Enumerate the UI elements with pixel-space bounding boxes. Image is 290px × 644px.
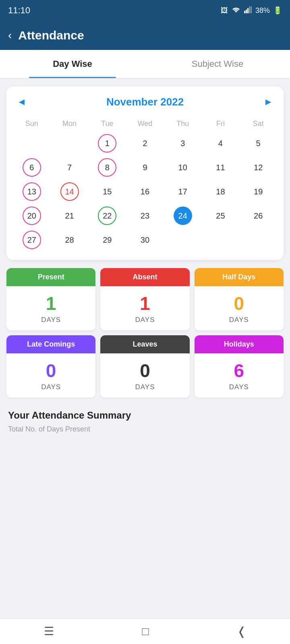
stat-card-late-comings: Late Comings0DAYS xyxy=(6,335,95,398)
stat-unit-leaves: DAYS xyxy=(100,383,189,398)
calendar-day-12[interactable]: 12 xyxy=(239,155,277,180)
calendar-day-23[interactable]: 23 xyxy=(126,204,164,228)
stat-value-absent: 1 xyxy=(100,286,189,316)
calendar-grid: Sun Mon Tue Wed Thu Fri Sat xyxy=(13,116,277,131)
calendar-day-16[interactable]: 16 xyxy=(126,180,164,204)
home-icon[interactable]: □ xyxy=(142,625,149,638)
calendar-day-5[interactable]: 5 xyxy=(239,131,277,155)
calendar-day-11[interactable]: 11 xyxy=(202,155,240,180)
calendar-day-22[interactable]: 22 xyxy=(88,204,126,228)
summary-title: Your Attendance Summary xyxy=(8,410,282,421)
svg-rect-2 xyxy=(247,8,249,13)
calendar-day-24[interactable]: 24 xyxy=(164,204,202,228)
stat-unit-holidays: DAYS xyxy=(195,383,284,398)
stat-value-present: 1 xyxy=(6,286,95,316)
gallery-icon: 🖼 xyxy=(221,6,228,15)
stat-label-absent: Absent xyxy=(100,268,189,286)
stat-unit-late-comings: DAYS xyxy=(6,383,95,398)
stat-label-present: Present xyxy=(6,268,95,286)
calendar-day-1[interactable]: 1 xyxy=(88,131,126,155)
calendar-day-14[interactable]: 14 xyxy=(51,180,89,204)
stat-card-half-days: Half Days0DAYS xyxy=(195,268,284,330)
status-bar: 11:10 🖼 38% 🔋 xyxy=(0,0,290,21)
stat-card-leaves: Leaves0DAYS xyxy=(100,335,189,398)
calendar-header: ◄ November 2022 ► xyxy=(13,95,277,109)
calendar-day-28[interactable]: 28 xyxy=(51,228,89,252)
calendar-day-18[interactable]: 18 xyxy=(202,180,240,204)
day-header-fri: Fri xyxy=(202,116,240,131)
stat-value-holidays: 6 xyxy=(195,353,284,383)
svg-rect-3 xyxy=(249,6,250,13)
calendar-month-title: November 2022 xyxy=(106,96,184,108)
stat-unit-present: DAYS xyxy=(6,316,95,330)
stat-unit-half-days: DAYS xyxy=(195,316,284,330)
bottom-nav: ☰ □ ❬ xyxy=(0,618,290,644)
next-month-button[interactable]: ► xyxy=(259,95,277,109)
stat-card-present: Present1DAYS xyxy=(6,268,95,330)
status-time: 11:10 xyxy=(8,5,30,16)
calendar-day-empty-1 xyxy=(51,131,89,155)
stat-card-absent: Absent1DAYS xyxy=(100,268,189,330)
tab-subject-wise[interactable]: Subject Wise xyxy=(145,50,290,78)
day-header-mon: Mon xyxy=(51,116,89,131)
status-icons: 🖼 38% 🔋 xyxy=(221,6,282,15)
calendar-day-7[interactable]: 7 xyxy=(51,155,89,180)
stat-value-half-days: 0 xyxy=(195,286,284,316)
calendar-day-30[interactable]: 30 xyxy=(126,228,164,252)
calendar-day-25[interactable]: 25 xyxy=(202,204,240,228)
svg-rect-4 xyxy=(251,6,252,13)
back-nav-icon[interactable]: ❬ xyxy=(237,625,246,638)
calendar-day-17[interactable]: 17 xyxy=(164,180,202,204)
calendar-day-2[interactable]: 2 xyxy=(126,131,164,155)
signal-icon xyxy=(244,6,252,15)
day-header-sat: Sat xyxy=(239,116,277,131)
calendar-day-19[interactable]: 19 xyxy=(239,180,277,204)
summary-section: Your Attendance Summary Total No. of Day… xyxy=(0,406,290,442)
calendar-day-6[interactable]: 6 xyxy=(13,155,51,180)
stat-value-leaves: 0 xyxy=(100,353,189,383)
svg-rect-0 xyxy=(244,11,245,13)
day-header-wed: Wed xyxy=(126,116,164,131)
header: ‹ Attendance xyxy=(0,21,290,50)
calendar-day-8[interactable]: 8 xyxy=(88,155,126,180)
stat-label-late-comings: Late Comings xyxy=(6,335,95,353)
prev-month-button[interactable]: ◄ xyxy=(13,95,31,109)
battery-icon: 🔋 xyxy=(273,6,282,15)
calendar-day-empty-34 xyxy=(239,228,277,252)
tab-day-wise[interactable]: Day Wise xyxy=(0,50,145,78)
summary-subtitle: Total No. of Days Present xyxy=(8,425,282,433)
calendar-day-4[interactable]: 4 xyxy=(202,131,240,155)
calendar-day-29[interactable]: 29 xyxy=(88,228,126,252)
day-header-sun: Sun xyxy=(13,116,51,131)
stat-label-leaves: Leaves xyxy=(100,335,189,353)
calendar-day-20[interactable]: 20 xyxy=(13,204,51,228)
stats-grid: Present1DAYSAbsent1DAYSHalf Days0DAYSLat… xyxy=(6,268,284,398)
stat-label-half-days: Half Days xyxy=(195,268,284,286)
calendar-day-empty-0 xyxy=(13,131,51,155)
tabs-container: Day Wise Subject Wise xyxy=(0,50,290,78)
day-header-tue: Tue xyxy=(88,116,126,131)
wifi-icon xyxy=(231,6,241,15)
calendar-card: ◄ November 2022 ► Sun Mon Tue Wed Thu Fr… xyxy=(6,87,284,260)
menu-icon[interactable]: ☰ xyxy=(44,625,54,638)
stat-card-holidays: Holidays6DAYS xyxy=(195,335,284,398)
stat-label-holidays: Holidays xyxy=(195,335,284,353)
stat-value-late-comings: 0 xyxy=(6,353,95,383)
calendar-day-empty-33 xyxy=(202,228,240,252)
calendar-days: 1234567891011121314151617181920212223242… xyxy=(13,131,277,252)
back-button[interactable]: ‹ xyxy=(8,29,12,42)
svg-rect-1 xyxy=(246,10,247,13)
page-title: Attendance xyxy=(18,29,84,42)
calendar-day-10[interactable]: 10 xyxy=(164,155,202,180)
calendar-day-9[interactable]: 9 xyxy=(126,155,164,180)
calendar-day-27[interactable]: 27 xyxy=(13,228,51,252)
day-header-thu: Thu xyxy=(164,116,202,131)
calendar-day-21[interactable]: 21 xyxy=(51,204,89,228)
calendar-day-15[interactable]: 15 xyxy=(88,180,126,204)
stat-unit-absent: DAYS xyxy=(100,316,189,330)
calendar-day-13[interactable]: 13 xyxy=(13,180,51,204)
calendar-day-3[interactable]: 3 xyxy=(164,131,202,155)
battery-text: 38% xyxy=(255,6,270,15)
calendar-day-26[interactable]: 26 xyxy=(239,204,277,228)
calendar-day-empty-32 xyxy=(164,228,202,252)
